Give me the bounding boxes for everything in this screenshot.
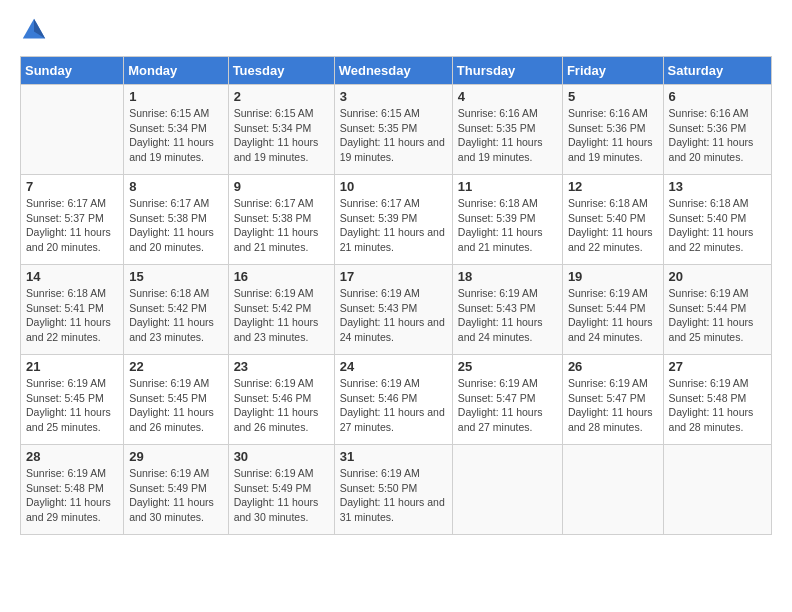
logo-icon bbox=[20, 16, 48, 44]
cell-info: Sunrise: 6:18 AMSunset: 5:41 PMDaylight:… bbox=[26, 286, 118, 345]
day-number: 8 bbox=[129, 179, 222, 194]
cell-info: Sunrise: 6:19 AMSunset: 5:47 PMDaylight:… bbox=[458, 376, 557, 435]
calendar-cell: 19Sunrise: 6:19 AMSunset: 5:44 PMDayligh… bbox=[562, 265, 663, 355]
cell-info: Sunrise: 6:19 AMSunset: 5:44 PMDaylight:… bbox=[568, 286, 658, 345]
calendar-cell: 6Sunrise: 6:16 AMSunset: 5:36 PMDaylight… bbox=[663, 85, 771, 175]
header-day: Monday bbox=[124, 57, 228, 85]
calendar-cell: 22Sunrise: 6:19 AMSunset: 5:45 PMDayligh… bbox=[124, 355, 228, 445]
day-number: 23 bbox=[234, 359, 329, 374]
day-number: 14 bbox=[26, 269, 118, 284]
page-header bbox=[20, 16, 772, 44]
day-number: 12 bbox=[568, 179, 658, 194]
header-day: Thursday bbox=[452, 57, 562, 85]
calendar-cell: 14Sunrise: 6:18 AMSunset: 5:41 PMDayligh… bbox=[21, 265, 124, 355]
day-number: 17 bbox=[340, 269, 447, 284]
calendar-cell: 8Sunrise: 6:17 AMSunset: 5:38 PMDaylight… bbox=[124, 175, 228, 265]
day-number: 6 bbox=[669, 89, 766, 104]
cell-info: Sunrise: 6:19 AMSunset: 5:48 PMDaylight:… bbox=[26, 466, 118, 525]
cell-info: Sunrise: 6:15 AMSunset: 5:34 PMDaylight:… bbox=[129, 106, 222, 165]
calendar-cell bbox=[663, 445, 771, 535]
cell-info: Sunrise: 6:15 AMSunset: 5:34 PMDaylight:… bbox=[234, 106, 329, 165]
cell-info: Sunrise: 6:17 AMSunset: 5:38 PMDaylight:… bbox=[129, 196, 222, 255]
cell-info: Sunrise: 6:16 AMSunset: 5:36 PMDaylight:… bbox=[669, 106, 766, 165]
day-number: 24 bbox=[340, 359, 447, 374]
cell-info: Sunrise: 6:19 AMSunset: 5:44 PMDaylight:… bbox=[669, 286, 766, 345]
calendar-cell: 7Sunrise: 6:17 AMSunset: 5:37 PMDaylight… bbox=[21, 175, 124, 265]
day-number: 21 bbox=[26, 359, 118, 374]
day-number: 26 bbox=[568, 359, 658, 374]
cell-info: Sunrise: 6:19 AMSunset: 5:47 PMDaylight:… bbox=[568, 376, 658, 435]
calendar-cell: 2Sunrise: 6:15 AMSunset: 5:34 PMDaylight… bbox=[228, 85, 334, 175]
cell-info: Sunrise: 6:18 AMSunset: 5:42 PMDaylight:… bbox=[129, 286, 222, 345]
cell-info: Sunrise: 6:19 AMSunset: 5:45 PMDaylight:… bbox=[129, 376, 222, 435]
calendar-cell: 17Sunrise: 6:19 AMSunset: 5:43 PMDayligh… bbox=[334, 265, 452, 355]
cell-info: Sunrise: 6:19 AMSunset: 5:49 PMDaylight:… bbox=[234, 466, 329, 525]
day-number: 31 bbox=[340, 449, 447, 464]
calendar-cell: 30Sunrise: 6:19 AMSunset: 5:49 PMDayligh… bbox=[228, 445, 334, 535]
calendar-week-row: 28Sunrise: 6:19 AMSunset: 5:48 PMDayligh… bbox=[21, 445, 772, 535]
cell-info: Sunrise: 6:19 AMSunset: 5:48 PMDaylight:… bbox=[669, 376, 766, 435]
day-number: 22 bbox=[129, 359, 222, 374]
cell-info: Sunrise: 6:19 AMSunset: 5:50 PMDaylight:… bbox=[340, 466, 447, 525]
day-number: 7 bbox=[26, 179, 118, 194]
day-number: 27 bbox=[669, 359, 766, 374]
day-number: 25 bbox=[458, 359, 557, 374]
day-number: 2 bbox=[234, 89, 329, 104]
day-number: 1 bbox=[129, 89, 222, 104]
calendar-cell bbox=[452, 445, 562, 535]
cell-info: Sunrise: 6:16 AMSunset: 5:36 PMDaylight:… bbox=[568, 106, 658, 165]
cell-info: Sunrise: 6:16 AMSunset: 5:35 PMDaylight:… bbox=[458, 106, 557, 165]
day-number: 3 bbox=[340, 89, 447, 104]
calendar-cell: 27Sunrise: 6:19 AMSunset: 5:48 PMDayligh… bbox=[663, 355, 771, 445]
day-number: 29 bbox=[129, 449, 222, 464]
calendar-cell: 12Sunrise: 6:18 AMSunset: 5:40 PMDayligh… bbox=[562, 175, 663, 265]
calendar-week-row: 7Sunrise: 6:17 AMSunset: 5:37 PMDaylight… bbox=[21, 175, 772, 265]
calendar-cell: 31Sunrise: 6:19 AMSunset: 5:50 PMDayligh… bbox=[334, 445, 452, 535]
day-number: 10 bbox=[340, 179, 447, 194]
cell-info: Sunrise: 6:19 AMSunset: 5:45 PMDaylight:… bbox=[26, 376, 118, 435]
day-number: 18 bbox=[458, 269, 557, 284]
calendar-table: SundayMondayTuesdayWednesdayThursdayFrid… bbox=[20, 56, 772, 535]
cell-info: Sunrise: 6:19 AMSunset: 5:42 PMDaylight:… bbox=[234, 286, 329, 345]
calendar-cell: 4Sunrise: 6:16 AMSunset: 5:35 PMDaylight… bbox=[452, 85, 562, 175]
calendar-cell bbox=[562, 445, 663, 535]
day-number: 15 bbox=[129, 269, 222, 284]
cell-info: Sunrise: 6:18 AMSunset: 5:40 PMDaylight:… bbox=[568, 196, 658, 255]
day-number: 5 bbox=[568, 89, 658, 104]
day-number: 4 bbox=[458, 89, 557, 104]
cell-info: Sunrise: 6:15 AMSunset: 5:35 PMDaylight:… bbox=[340, 106, 447, 165]
calendar-cell: 15Sunrise: 6:18 AMSunset: 5:42 PMDayligh… bbox=[124, 265, 228, 355]
calendar-cell: 25Sunrise: 6:19 AMSunset: 5:47 PMDayligh… bbox=[452, 355, 562, 445]
calendar-week-row: 14Sunrise: 6:18 AMSunset: 5:41 PMDayligh… bbox=[21, 265, 772, 355]
calendar-cell: 9Sunrise: 6:17 AMSunset: 5:38 PMDaylight… bbox=[228, 175, 334, 265]
cell-info: Sunrise: 6:19 AMSunset: 5:49 PMDaylight:… bbox=[129, 466, 222, 525]
cell-info: Sunrise: 6:19 AMSunset: 5:46 PMDaylight:… bbox=[340, 376, 447, 435]
header-day: Saturday bbox=[663, 57, 771, 85]
calendar-cell: 20Sunrise: 6:19 AMSunset: 5:44 PMDayligh… bbox=[663, 265, 771, 355]
cell-info: Sunrise: 6:19 AMSunset: 5:43 PMDaylight:… bbox=[340, 286, 447, 345]
cell-info: Sunrise: 6:18 AMSunset: 5:40 PMDaylight:… bbox=[669, 196, 766, 255]
header-day: Sunday bbox=[21, 57, 124, 85]
header-day: Wednesday bbox=[334, 57, 452, 85]
day-number: 13 bbox=[669, 179, 766, 194]
header-day: Tuesday bbox=[228, 57, 334, 85]
calendar-cell: 26Sunrise: 6:19 AMSunset: 5:47 PMDayligh… bbox=[562, 355, 663, 445]
day-number: 30 bbox=[234, 449, 329, 464]
cell-info: Sunrise: 6:19 AMSunset: 5:46 PMDaylight:… bbox=[234, 376, 329, 435]
header-day: Friday bbox=[562, 57, 663, 85]
day-number: 11 bbox=[458, 179, 557, 194]
calendar-cell: 29Sunrise: 6:19 AMSunset: 5:49 PMDayligh… bbox=[124, 445, 228, 535]
calendar-cell: 18Sunrise: 6:19 AMSunset: 5:43 PMDayligh… bbox=[452, 265, 562, 355]
calendar-cell: 16Sunrise: 6:19 AMSunset: 5:42 PMDayligh… bbox=[228, 265, 334, 355]
calendar-cell: 5Sunrise: 6:16 AMSunset: 5:36 PMDaylight… bbox=[562, 85, 663, 175]
cell-info: Sunrise: 6:18 AMSunset: 5:39 PMDaylight:… bbox=[458, 196, 557, 255]
calendar-cell: 11Sunrise: 6:18 AMSunset: 5:39 PMDayligh… bbox=[452, 175, 562, 265]
calendar-cell: 3Sunrise: 6:15 AMSunset: 5:35 PMDaylight… bbox=[334, 85, 452, 175]
day-number: 9 bbox=[234, 179, 329, 194]
day-number: 19 bbox=[568, 269, 658, 284]
calendar-week-row: 1Sunrise: 6:15 AMSunset: 5:34 PMDaylight… bbox=[21, 85, 772, 175]
logo bbox=[20, 16, 52, 44]
day-number: 16 bbox=[234, 269, 329, 284]
day-number: 28 bbox=[26, 449, 118, 464]
calendar-cell bbox=[21, 85, 124, 175]
